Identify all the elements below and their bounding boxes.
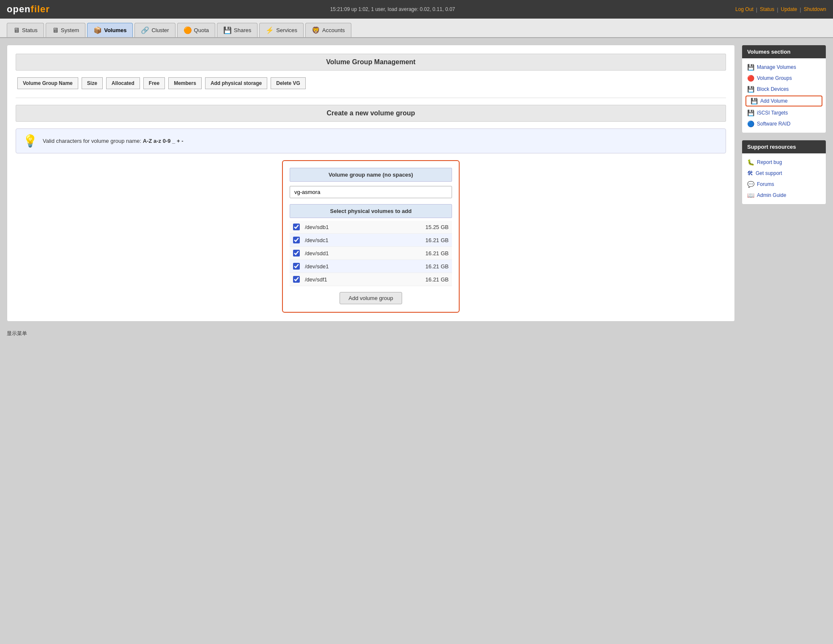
admin-guide-icon: 📖 <box>747 192 754 199</box>
sidebar-manage-volumes[interactable]: 💾 Manage Volumes <box>742 62 826 73</box>
vg-name-input[interactable] <box>290 186 452 198</box>
update-link[interactable]: Update <box>781 6 797 13</box>
status-bar-text: 显示菜单 <box>7 330 27 336</box>
pv-size-sdb1: 15.25 GB <box>419 224 449 230</box>
pv-row-sdf1: /dev/sdf1 16.21 GB <box>290 273 452 286</box>
header: openfiler 15:21:09 up 1:02, 1 user, load… <box>0 0 833 19</box>
sidebar: Volumes section 💾 Manage Volumes 🔴 Volum… <box>742 45 826 205</box>
pv-row-sdb1: /dev/sdb1 15.25 GB <box>290 221 452 234</box>
sidebar-volume-groups[interactable]: 🔴 Volume Groups <box>742 73 826 84</box>
tab-services-label: Services <box>276 27 297 33</box>
support-sidebar-links: 🐛 Report bug 🛠 Get support 💬 Forums 📖 Ad… <box>742 153 826 204</box>
software-raid-icon: 🔵 <box>747 120 754 127</box>
report-bug-label: Report bug <box>757 159 782 165</box>
shutdown-link[interactable]: Shutdown <box>804 6 826 13</box>
sidebar-forums[interactable]: 💬 Forums <box>742 179 826 190</box>
volume-groups-icon: 🔴 <box>747 75 754 82</box>
create-vg-section: Create a new volume group 💡 Valid charac… <box>16 105 726 313</box>
tab-cluster-label: Cluster <box>151 27 169 33</box>
volumes-section-title: Volumes section <box>742 45 826 58</box>
status-bar: 显示菜单 <box>0 328 833 339</box>
iscsi-icon: 💾 <box>747 109 754 116</box>
sidebar-iscsi-targets[interactable]: 💾 iSCSI Targets <box>742 107 826 118</box>
sep3: | <box>800 6 801 13</box>
vg-table-headers: Volume Group Name Size Allocated Free Me… <box>16 77 726 89</box>
accounts-tab-icon: 🦁 <box>312 26 320 34</box>
get-support-label: Get support <box>756 170 782 176</box>
nav-tabs: 🖥 Status 🖥 System 📦 Volumes 🔗 Cluster 🟠 … <box>0 19 833 38</box>
tab-quota[interactable]: 🟠 Quota <box>177 23 215 37</box>
status-tab-icon: 🖥 <box>13 27 20 34</box>
add-volume-group-button[interactable]: Add volume group <box>340 292 402 304</box>
pv-checkbox-sdf1[interactable] <box>293 276 300 283</box>
sidebar-software-raid[interactable]: 🔵 Software RAID <box>742 118 826 129</box>
services-tab-icon: ⚡ <box>266 26 274 34</box>
sidebar-add-volume[interactable]: 💾 Add Volume <box>745 96 822 106</box>
col-size: Size <box>82 77 103 89</box>
pv-device-sde1: /dev/sde1 <box>305 263 414 270</box>
tab-volumes-label: Volumes <box>104 27 126 33</box>
pv-size-sdd1: 16.21 GB <box>419 250 449 257</box>
pv-device-sdc1: /dev/sdc1 <box>305 237 414 243</box>
tab-quota-label: Quota <box>194 27 209 33</box>
col-members: Members <box>168 77 202 89</box>
create-vg-title: Create a new volume group <box>16 105 726 122</box>
col-add-physical: Add physical storage <box>205 77 267 89</box>
logout-link[interactable]: Log Out <box>735 6 754 13</box>
volumes-sidebar-links: 💾 Manage Volumes 🔴 Volume Groups 💾 Block… <box>742 58 826 133</box>
section-divider <box>16 98 726 98</box>
pv-device-sdf1: /dev/sdf1 <box>305 276 414 283</box>
pv-checkbox-sdd1[interactable] <box>293 250 300 257</box>
pv-checkbox-sdc1[interactable] <box>293 237 300 243</box>
top-links: Log Out | Status | Update | Shutdown <box>735 6 826 13</box>
tab-status[interactable]: 🖥 Status <box>7 23 44 37</box>
pv-checkbox-sdb1[interactable] <box>293 224 300 230</box>
tab-services[interactable]: ⚡ Services <box>259 23 304 37</box>
hint-box: 💡 Valid characters for volume group name… <box>16 128 726 153</box>
support-sidebar-box: Support resources 🐛 Report bug 🛠 Get sup… <box>742 140 826 205</box>
block-devices-icon: 💾 <box>747 86 754 93</box>
pv-row-sdc1: /dev/sdc1 16.21 GB <box>290 234 452 247</box>
quota-tab-icon: 🟠 <box>184 26 192 34</box>
volumes-sidebar-box: Volumes section 💾 Manage Volumes 🔴 Volum… <box>742 45 826 133</box>
status-link[interactable]: Status <box>760 6 774 13</box>
system-info: 15:21:09 up 1:02, 1 user, load average: … <box>50 6 735 12</box>
sidebar-report-bug[interactable]: 🐛 Report bug <box>742 157 826 168</box>
logo: openfiler <box>7 4 50 15</box>
tab-system[interactable]: 🖥 System <box>46 23 85 37</box>
vg-name-form-header: Volume group name (no spaces) <box>290 168 452 182</box>
create-vg-form: Volume group name (no spaces) Select phy… <box>282 160 460 313</box>
sidebar-admin-guide[interactable]: 📖 Admin Guide <box>742 190 826 201</box>
add-volume-label: Add Volume <box>760 98 788 104</box>
forums-label: Forums <box>757 181 774 187</box>
report-bug-icon: 🐛 <box>747 159 754 166</box>
tab-cluster[interactable]: 🔗 Cluster <box>134 23 175 37</box>
col-delete-vg: Delete VG <box>271 77 306 89</box>
sidebar-block-devices[interactable]: 💾 Block Devices <box>742 84 826 95</box>
sep1: | <box>756 6 757 13</box>
tab-status-label: Status <box>22 27 38 33</box>
iscsi-label: iSCSI Targets <box>757 110 788 116</box>
shares-tab-icon: 💾 <box>223 26 232 34</box>
col-vg-name: Volume Group Name <box>17 77 78 89</box>
support-section-title: Support resources <box>742 140 826 153</box>
volume-groups-label: Volume Groups <box>757 75 792 81</box>
pv-checkbox-sde1[interactable] <box>293 263 300 270</box>
tab-shares-label: Shares <box>234 27 251 33</box>
tab-volumes[interactable]: 📦 Volumes <box>87 23 133 37</box>
tab-accounts[interactable]: 🦁 Accounts <box>305 23 351 37</box>
pv-select-header: Select physical volumes to add <box>290 204 452 218</box>
pv-size-sdf1: 16.21 GB <box>419 276 449 283</box>
pv-row-sdd1: /dev/sdd1 16.21 GB <box>290 247 452 260</box>
sep2: | <box>777 6 778 13</box>
hint-text: Valid characters for volume group name: … <box>43 138 183 144</box>
forums-icon: 💬 <box>747 181 754 188</box>
tab-system-label: System <box>61 27 79 33</box>
manage-volumes-label: Manage Volumes <box>757 64 796 70</box>
add-volume-icon: 💾 <box>751 98 758 104</box>
sidebar-get-support[interactable]: 🛠 Get support <box>742 168 826 179</box>
pv-list: /dev/sdb1 15.25 GB /dev/sdc1 16.21 GB /d… <box>290 221 452 286</box>
system-tab-icon: 🖥 <box>52 27 59 34</box>
pv-device-sdd1: /dev/sdd1 <box>305 250 414 257</box>
tab-shares[interactable]: 💾 Shares <box>217 23 258 37</box>
